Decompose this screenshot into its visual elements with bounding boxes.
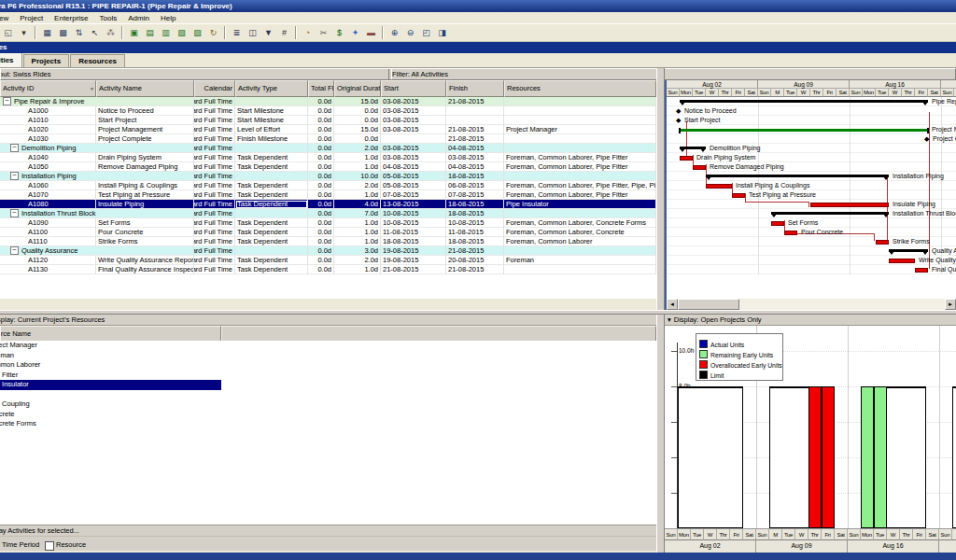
title-bar[interactable]: Primavera P6 Professional R15.1 : PIPE R… (0, 0, 956, 12)
scroll-thumb[interactable] (678, 299, 739, 310)
scroll-left-button[interactable]: ◄ (667, 299, 678, 310)
resource-row[interactable]: Common Laborer (0, 360, 656, 371)
column-header-resources[interactable]: Resources (504, 80, 656, 97)
column-header-finish[interactable]: Finish (446, 80, 504, 97)
histogram-panel-header[interactable]: ▾Display: Open Projects Only (665, 315, 956, 326)
resource-row[interactable]: Project Manager (0, 341, 656, 351)
group-row[interactable]: −Demolition PipingStandard Full Time0.0d… (0, 144, 656, 153)
sort-icon[interactable]: ⇅ (71, 26, 87, 40)
usage-profile-icon[interactable]: ▨ (190, 26, 205, 40)
cost-icon[interactable]: $ (331, 26, 347, 40)
summary-bar[interactable] (680, 100, 928, 103)
group-row[interactable]: −Installation Thrust BlockStandard Full … (0, 209, 656, 218)
activity-row[interactable]: A1110Strike FormsStandard Full TimeTask … (0, 237, 656, 246)
zoom-in-icon[interactable]: ⊕ (387, 26, 402, 40)
task-bar[interactable] (810, 203, 889, 207)
refresh-icon[interactable]: ↻ (205, 26, 221, 40)
resources-panel-header[interactable]: Display: Current Project's Resources (0, 315, 663, 326)
fit-time-scale-icon[interactable]: ◰ (418, 26, 434, 40)
menu-help[interactable]: Help (155, 14, 181, 22)
split-view-icon[interactable]: ◫ (245, 26, 260, 40)
gantt-chart-icon[interactable]: ▧ (174, 26, 190, 40)
resource-row[interactable]: Pipe Fitter (0, 371, 656, 381)
column-header-activity-id[interactable]: Activity ID ▿ (0, 80, 96, 97)
column-header-calendar[interactable]: Calendar (194, 80, 235, 97)
resource-row[interactable]: Pipe Insulator (0, 380, 656, 390)
resource-row[interactable]: Concrete (0, 410, 656, 420)
task-bar[interactable] (876, 240, 889, 245)
collapse-box-icon[interactable]: − (10, 246, 19, 255)
task-bar[interactable] (915, 268, 928, 273)
tab-resources[interactable]: Resources (70, 54, 125, 67)
column-header-activity-type[interactable]: Activity Type (235, 80, 308, 97)
task-bar[interactable] (680, 156, 693, 161)
resource-row[interactable]: Foreman (0, 351, 656, 361)
pane-icon[interactable]: ◨ (434, 26, 450, 40)
group-row[interactable]: −Pipe Repair & ImproveStandard Full Time… (0, 97, 656, 106)
task-bar[interactable] (693, 165, 706, 170)
menu-admin[interactable]: Admin (122, 14, 155, 22)
task-bar[interactable] (771, 221, 784, 226)
assign-resource-icon[interactable]: ✦ (347, 26, 363, 40)
task-bar[interactable] (784, 231, 797, 235)
activity-row[interactable]: A1060Install Piping & CouplingsStandard … (0, 181, 656, 190)
progress-icon[interactable]: ▬ (363, 26, 379, 40)
menu-project[interactable]: Project (14, 14, 49, 22)
collapse-box-icon[interactable]: − (3, 97, 11, 105)
milestone-icon[interactable]: ◆ (924, 135, 929, 143)
pane-splitter-vertical[interactable] (656, 68, 665, 310)
activity-row[interactable]: A1020Project ManagementStandard Full Tim… (0, 125, 656, 134)
activity-row[interactable]: A1050Remove Damaged PipingStandard Full … (0, 162, 656, 172)
filter-icon[interactable]: ▼ (260, 26, 276, 40)
pane-splitter-vertical-bottom[interactable] (656, 315, 665, 553)
milestone-icon[interactable]: ◆ (676, 107, 681, 115)
activity-row[interactable]: A1030Project CompleteStandard Full TimeF… (0, 134, 656, 144)
summary-bar[interactable] (771, 212, 889, 215)
resource-row[interactable]: Concrete Forms (0, 419, 656, 429)
spreadsheet-icon[interactable]: ▦ (39, 26, 55, 40)
menu-enterprise[interactable]: Enterprise (49, 14, 93, 22)
columns-icon[interactable]: ≣ (229, 26, 245, 40)
level-of-effort-bar[interactable] (680, 129, 928, 132)
activity-row[interactable]: A1040Drain Piping SystemStandard Full Ti… (0, 153, 656, 162)
resource-row[interactable]: Pipe (0, 390, 656, 400)
activity-row[interactable]: A1000Notice to ProceedStandard Full Time… (0, 106, 656, 116)
scroll-right-button[interactable]: ► (945, 299, 956, 310)
milestone-icon[interactable]: ◆ (676, 117, 681, 124)
line-numbers-icon[interactable]: # (276, 26, 292, 40)
menu-view[interactable]: View (0, 14, 14, 22)
tab-activities[interactable]: Activities (0, 53, 22, 67)
column-header-start[interactable]: Start (381, 80, 446, 97)
activity-details-icon[interactable]: ▤ (142, 26, 158, 40)
task-bar[interactable] (706, 184, 732, 189)
resource-checkbox[interactable] (45, 541, 54, 551)
menu-tools[interactable]: Tools (94, 14, 123, 22)
collapse-box-icon[interactable]: − (10, 209, 19, 217)
group-sort-icon[interactable]: ▩ (55, 26, 71, 40)
gantt-timescale-header[interactable]: Aug 02Aug 09Aug 16SunMonTueWThrFriSatSun… (665, 80, 956, 97)
activity-row[interactable]: A1100Pour ConcreteStandard Full TimeTask… (0, 228, 656, 237)
activity-row[interactable]: A1090Set FormsStandard Full TimeTask Dep… (0, 218, 656, 228)
task-bar[interactable] (732, 193, 745, 198)
activity-row[interactable]: A1120Write Quality Assurance ReportStand… (0, 256, 656, 265)
collapse-box-icon[interactable]: − (10, 172, 19, 180)
activity-row[interactable]: A1070Test Piping at PressureStandard Ful… (0, 190, 656, 200)
collapse-box-icon[interactable]: − (10, 144, 19, 152)
activity-row[interactable]: A1080Insulate PipingStandard Full TimeTa… (0, 200, 656, 209)
select-icon[interactable]: ↖ (87, 26, 103, 40)
layout-icon[interactable]: ◱ (0, 26, 16, 40)
display-activities-bar[interactable]: Display Activities for selected... (0, 525, 656, 537)
snap-icon[interactable]: ⁂ (103, 26, 119, 40)
zoom-out-icon[interactable]: ⊖ (402, 26, 418, 40)
gantt-horizontal-scrollbar[interactable]: ◄► (665, 299, 956, 310)
cut-icon[interactable]: ✂ (316, 26, 331, 40)
activity-row[interactable]: A1130Final Quality Assurance InspectionS… (0, 265, 656, 274)
tab-projects[interactable]: Projects (23, 54, 70, 67)
resource-row[interactable]: Pipe Coupling (0, 399, 656, 410)
group-row[interactable]: −Installation PipingStandard Full Time0.… (0, 172, 656, 181)
schedule-icon[interactable]: ◔ (300, 26, 316, 40)
activity-row[interactable]: A1010Start ProjectStandard Full TimeStar… (0, 116, 656, 125)
task-bar[interactable] (889, 259, 915, 263)
column-header-activity-name[interactable]: Activity Name (96, 80, 194, 97)
group-row[interactable]: −Quality AssuranceStandard Full Time0.0d… (0, 246, 656, 256)
